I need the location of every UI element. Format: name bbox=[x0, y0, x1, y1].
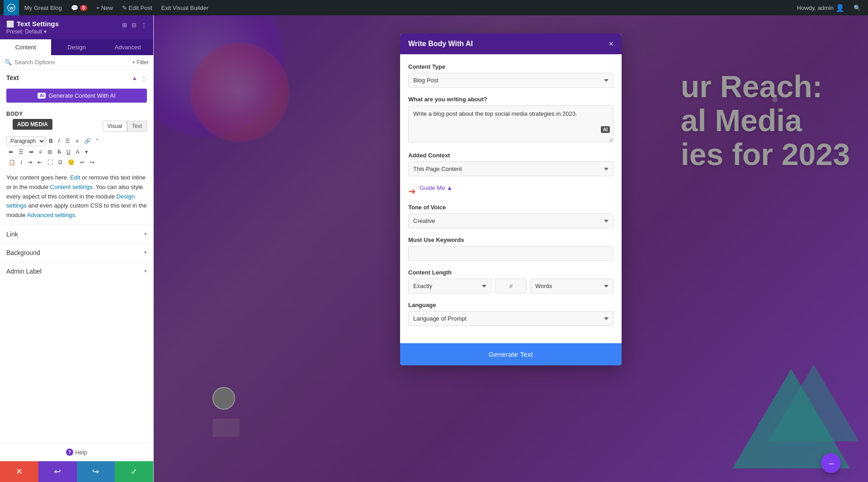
generate-text-button[interactable]: Generate Text bbox=[400, 343, 622, 365]
filter-button[interactable]: + Filter bbox=[132, 59, 149, 66]
strikethrough-button[interactable]: S bbox=[55, 147, 63, 156]
content-type-select[interactable]: Blog Post Article Social Post Email bbox=[408, 73, 613, 88]
align-center-button[interactable]: ☰ bbox=[16, 147, 26, 156]
search-input[interactable] bbox=[14, 59, 129, 66]
sidebar-icon-grid[interactable]: ⊟ bbox=[132, 22, 137, 28]
body-label: Body bbox=[0, 107, 153, 119]
undo-editor-button[interactable]: ↩ bbox=[78, 158, 87, 167]
admin-bar-new[interactable]: + New bbox=[93, 0, 117, 15]
undo-button[interactable]: ↩ bbox=[38, 461, 77, 482]
body-link-content[interactable]: Content settings bbox=[50, 184, 93, 190]
admin-avatar-icon: 👤 bbox=[835, 4, 844, 12]
tone-of-voice-select[interactable]: Creative Professional Casual Formal Witt… bbox=[408, 213, 613, 228]
paragraph-select[interactable]: Paragraph bbox=[6, 136, 46, 146]
admin-bar-site[interactable]: My Great Blog bbox=[21, 0, 66, 15]
link-section-title: Link bbox=[6, 231, 18, 238]
svg-text:W: W bbox=[9, 5, 14, 10]
admin-bar-howdy[interactable]: Howdy, admin 👤 bbox=[793, 4, 848, 12]
outdent-button[interactable]: ⇤ bbox=[35, 158, 44, 167]
fullscreen-button[interactable]: ⛶ bbox=[45, 158, 55, 167]
admin-bar-comments[interactable]: 💬 0 bbox=[67, 0, 91, 15]
added-context-label: Added Context bbox=[408, 152, 613, 159]
align-left-button[interactable]: ⬅ bbox=[6, 147, 15, 156]
tone-of-voice-group: Tone of Voice Creative Professional Casu… bbox=[408, 204, 613, 228]
modal-container: Write Body With AI × Content Type Blog P… bbox=[400, 33, 622, 365]
admin-bar-search[interactable]: 🔍 bbox=[850, 5, 864, 11]
sidebar-preset[interactable]: Preset: Default ▾ bbox=[6, 28, 147, 35]
emoji-button[interactable]: 🙂 bbox=[66, 158, 77, 167]
add-media-button[interactable]: ADD MEDIA bbox=[13, 119, 52, 130]
sidebar-icon-responsive[interactable]: ⊞ bbox=[122, 22, 127, 28]
body-link-advanced[interactable]: Advanced settings bbox=[27, 212, 75, 218]
words-select[interactable]: Words Sentences Paragraphs bbox=[530, 279, 613, 293]
admin-bar-exit-builder[interactable]: Exit Visual Builder bbox=[158, 0, 212, 15]
underline-button[interactable]: U bbox=[64, 147, 73, 156]
tab-design[interactable]: Design bbox=[51, 39, 102, 55]
admin-label-section: Admin Label ▾ bbox=[0, 262, 153, 280]
text-color-button[interactable]: A bbox=[74, 147, 82, 156]
editor-tab-visual[interactable]: Visual bbox=[103, 121, 127, 132]
text-section-title: Text bbox=[6, 74, 19, 81]
writing-about-textarea[interactable] bbox=[408, 105, 613, 142]
admin-label-section-header[interactable]: Admin Label ▾ bbox=[0, 262, 153, 280]
help-button[interactable]: ? Help bbox=[66, 449, 87, 456]
italic-button[interactable]: I bbox=[56, 137, 62, 146]
modal-footer: Generate Text bbox=[400, 343, 622, 365]
tab-content[interactable]: Content bbox=[0, 39, 51, 55]
link-button[interactable]: 🔗 bbox=[82, 137, 93, 146]
cancel-button[interactable]: ✕ bbox=[0, 461, 38, 482]
link-section-header[interactable]: Link ▾ bbox=[0, 225, 153, 243]
table-button[interactable]: ⊞ bbox=[45, 147, 54, 156]
bold-button[interactable]: B bbox=[47, 137, 55, 146]
added-context-select[interactable]: This Page Content No Context Custom Cont… bbox=[408, 161, 613, 176]
sidebar-footer: ? Help bbox=[0, 443, 153, 461]
content-length-number[interactable] bbox=[495, 279, 527, 293]
redo-editor-button[interactable]: ↪ bbox=[88, 158, 97, 167]
blockquote-button[interactable]: " bbox=[94, 137, 100, 146]
paste-button[interactable]: 📋 bbox=[6, 158, 18, 167]
guide-me-row: ➜ Guide Me ▲ bbox=[408, 184, 613, 198]
tab-advanced[interactable]: Advanced bbox=[102, 39, 153, 55]
language-select[interactable]: Language of Prompt English Spanish Frenc… bbox=[408, 311, 613, 326]
special-chars-button[interactable]: Ω bbox=[56, 158, 65, 167]
sidebar-icon-more[interactable]: ⋮ bbox=[141, 22, 147, 28]
text-section-header[interactable]: Text ▲ ⋮ bbox=[0, 70, 153, 86]
modal-close-button[interactable]: × bbox=[609, 40, 613, 48]
comments-count: 0 bbox=[80, 5, 87, 11]
search-icon: 🔍 bbox=[5, 59, 12, 66]
fab-button[interactable]: ··· bbox=[821, 453, 841, 473]
align-right-button[interactable]: ➡ bbox=[27, 147, 36, 156]
canvas: ur Reach: al Media ies for 2023 Write Bo… bbox=[154, 15, 868, 482]
chevron-down-icon: ▾ bbox=[44, 28, 47, 35]
background-section: Background ▾ bbox=[0, 243, 153, 262]
save-button[interactable]: ✓ bbox=[115, 461, 153, 482]
sidebar-tabs: Content Design Advanced bbox=[0, 39, 153, 55]
textarea-ai-icon: AI bbox=[601, 126, 610, 133]
align-justify-button[interactable]: ≡ bbox=[37, 147, 44, 156]
ai-generate-button[interactable]: AI Generate Content With AI bbox=[6, 89, 147, 103]
italic2-button[interactable]: i bbox=[19, 158, 24, 167]
keywords-input[interactable] bbox=[408, 246, 613, 261]
sidebar-action-bar: ✕ ↩ ↪ ✓ bbox=[0, 461, 153, 482]
body-link-edit[interactable]: Edit bbox=[70, 174, 80, 181]
editor-toolbar: Paragraph B I ☰ ≡ 🔗 " ⬅ ☰ ➡ ≡ ⊞ S U A ▾ bbox=[0, 136, 153, 169]
link-chevron-icon: ▾ bbox=[144, 231, 147, 237]
indent-button[interactable]: ⇥ bbox=[25, 158, 34, 167]
exactly-select[interactable]: Exactly At Least At Most Between bbox=[408, 279, 491, 293]
writing-about-group: What are you writing about? AI bbox=[408, 96, 613, 144]
unordered-list-button[interactable]: ☰ bbox=[63, 137, 72, 146]
editor-tab-text[interactable]: Text bbox=[127, 121, 147, 132]
ordered-list-button[interactable]: ≡ bbox=[73, 137, 81, 146]
main-layout: ⬜ Text Settings Preset: Default ▾ ⊞ ⊟ ⋮ … bbox=[0, 15, 868, 482]
sidebar: ⬜ Text Settings Preset: Default ▾ ⊞ ⊟ ⋮ … bbox=[0, 15, 154, 482]
section-more-icon: ⋮ bbox=[141, 75, 147, 81]
wp-logo[interactable]: W bbox=[4, 0, 19, 15]
guide-me-link[interactable]: Guide Me ▲ bbox=[420, 184, 453, 191]
redo-button[interactable]: ↪ bbox=[77, 461, 115, 482]
modal-header: Write Body With AI × bbox=[400, 33, 622, 54]
admin-bar-edit-post[interactable]: ✎ Edit Post bbox=[118, 0, 156, 15]
more-toolbar[interactable]: ▾ bbox=[83, 147, 90, 156]
search-icon: 🔍 bbox=[854, 5, 861, 11]
language-label: Language bbox=[408, 302, 613, 308]
background-section-header[interactable]: Background ▾ bbox=[0, 244, 153, 262]
